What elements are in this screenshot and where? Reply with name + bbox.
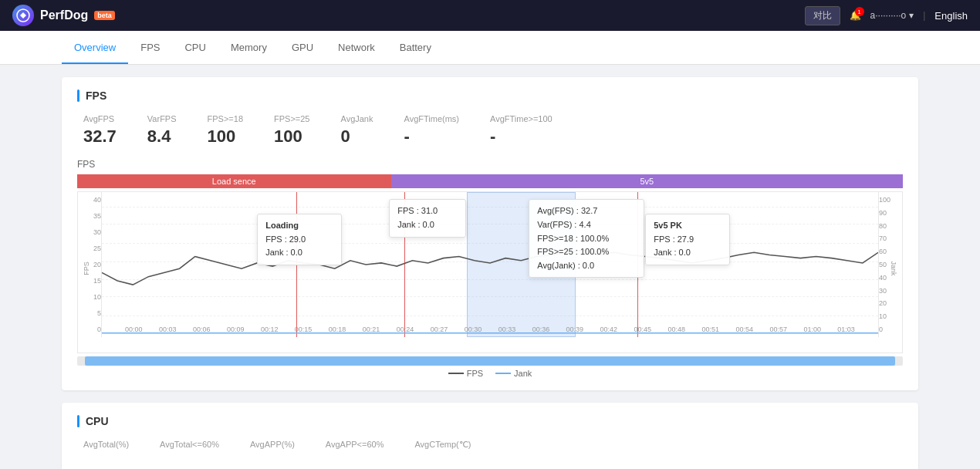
tooltip-loading-fps: FPS : 29.0 <box>265 233 333 247</box>
tooltip-pvp-title: 5v5 PK <box>654 219 721 233</box>
stat-avgjank: AvgJank 0 <box>341 114 373 147</box>
stat-fps18-label: FPS>=18 <box>208 114 243 123</box>
stat-varfps-label: VarFPS <box>147 114 177 123</box>
stat-avgfps: AvgFPS 32.7 <box>83 114 117 147</box>
tooltip-middle: FPS : 31.0 Jank : 0.0 <box>389 199 466 237</box>
stat-avgftime-value: - <box>404 127 460 147</box>
stat-avgftime: AvgFTime(ms) - <box>404 114 460 147</box>
stat-avgtotal60-label: AvgTotal<=60% <box>160 440 219 449</box>
tooltip-sel-varfps: Var(FPS) : 4.4 <box>537 218 636 232</box>
tooltip-sel-fps25: FPS>=25 : 100.0% <box>537 245 636 259</box>
nav-network[interactable]: Network <box>326 32 387 64</box>
stat-avgjank-label: AvgJank <box>341 114 373 123</box>
tooltip-middle-jank: Jank : 0.0 <box>397 218 458 232</box>
cpu-title-text: CPU <box>86 415 109 427</box>
language-selector[interactable]: English <box>934 10 968 22</box>
tooltip-pvp-fps: FPS : 27.9 <box>654 233 721 247</box>
fps-chart-label: FPS <box>77 159 903 170</box>
main-content: FPS AvgFPS 32.7 VarFPS 8.4 FPS>=18 100 F… <box>0 65 980 469</box>
stat-avgftime100-value: - <box>490 127 553 147</box>
stat-fps25: FPS>=25 100 <box>274 114 309 147</box>
cpu-section: CPU AvgTotal(%) AvgTotal<=60% AvgAPP(%) … <box>62 403 918 469</box>
fps-title: FPS <box>77 89 903 102</box>
stat-avgftime-label: AvgFTime(ms) <box>404 114 460 123</box>
tooltip-sel-fps18: FPS>=18 : 100.0% <box>537 232 636 246</box>
stat-fps25-label: FPS>=25 <box>274 114 309 123</box>
chart-legend: FPS Jank <box>77 369 903 378</box>
title-bar-accent <box>77 89 79 102</box>
divider: | <box>923 10 925 21</box>
stat-varfps-value: 8.4 <box>147 127 177 147</box>
segment-bar: Load sence 5v5 <box>77 174 903 188</box>
fps-stats-row: AvgFPS 32.7 VarFPS 8.4 FPS>=18 100 FPS>=… <box>77 114 903 147</box>
stat-avgftime100-label: AvgFTime>=100 <box>490 114 553 123</box>
legend-fps-label: FPS <box>467 369 483 378</box>
stat-varfps: VarFPS 8.4 <box>147 114 177 147</box>
stat-avgapp60: AvgAPP<=60% <box>326 440 384 453</box>
fps-title-text: FPS <box>86 89 106 102</box>
tooltip-sel-avgfps: Avg(FPS) : 32.7 <box>537 204 636 218</box>
cpu-title-bar-accent <box>77 415 79 427</box>
header-left: PerfDog beta <box>12 5 115 26</box>
stat-fps25-value: 100 <box>274 127 309 147</box>
stat-avgctemp: AvgCTemp(℃) <box>414 440 471 453</box>
notification-badge: 1 <box>855 7 864 16</box>
chart-svg <box>102 192 878 337</box>
tooltip-loading: Loading FPS : 29.0 Jank : 0.0 <box>257 214 342 265</box>
logo-icon <box>12 5 34 26</box>
tooltip-loading-jank: Jank : 0.0 <box>265 246 333 260</box>
tooltip-loading-title: Loading <box>265 219 333 233</box>
stat-avgftime100: AvgFTime>=100 - <box>490 114 553 147</box>
nav-battery[interactable]: Battery <box>387 32 444 64</box>
chevron-down-icon: ▾ <box>909 10 914 21</box>
chart-inner: Loading FPS : 29.0 Jank : 0.0 FPS : 31.0… <box>101 192 879 337</box>
stat-avgapp60-label: AvgAPP<=60% <box>326 440 384 449</box>
tooltip-selection: Avg(FPS) : 32.7 Var(FPS) : 4.4 FPS>=18 :… <box>529 199 644 278</box>
fps-chart[interactable]: 40 35 30 25 20 15 10 5 0 <box>77 191 903 353</box>
cpu-title: CPU <box>77 415 903 427</box>
stat-avgapp: AvgAPP(%) <box>250 440 295 453</box>
user-menu[interactable]: a··········o ▾ <box>870 10 914 21</box>
header-right: 对比 🔔 1 a··········o ▾ | English <box>805 6 968 25</box>
nav-memory[interactable]: Memory <box>218 32 279 64</box>
compare-button[interactable]: 对比 <box>805 6 840 25</box>
stat-avgjank-value: 0 <box>341 127 373 147</box>
stat-avgtotal60: AvgTotal<=60% <box>160 440 219 453</box>
app-name: PerfDog <box>40 8 88 22</box>
user-label: a··········o <box>870 10 907 21</box>
segment-load: Load sence <box>77 174 391 188</box>
nav-gpu[interactable]: GPU <box>279 32 326 64</box>
nav-bar: Overview FPS CPU Memory GPU Network Batt… <box>0 31 980 65</box>
scrollbar-track <box>85 356 895 366</box>
stat-avgtotal-label: AvgTotal(%) <box>83 440 129 449</box>
stat-fps18: FPS>=18 100 <box>208 114 243 147</box>
chart-scrollbar[interactable] <box>77 356 903 366</box>
tooltip-pvp-jank: Jank : 0.0 <box>654 246 721 260</box>
stat-avgctemp-label: AvgCTemp(℃) <box>414 440 471 450</box>
bell-icon[interactable]: 🔔 1 <box>850 10 861 21</box>
beta-badge: beta <box>94 11 115 20</box>
fps-section: FPS AvgFPS 32.7 VarFPS 8.4 FPS>=18 100 F… <box>62 77 918 390</box>
header: PerfDog beta 对比 🔔 1 a··········o ▾ | Eng… <box>0 0 980 31</box>
legend-jank-line <box>495 373 511 374</box>
jank-y-label: Jank <box>889 261 897 275</box>
legend-jank: Jank <box>495 369 532 378</box>
fps-y-label: FPS <box>83 261 90 275</box>
segment-5v5: 5v5 <box>391 174 903 188</box>
legend-jank-label: Jank <box>514 369 532 378</box>
tooltip-middle-fps: FPS : 31.0 <box>397 204 458 218</box>
stat-avgfps-value: 32.7 <box>83 127 117 147</box>
cpu-stats-row: AvgTotal(%) AvgTotal<=60% AvgAPP(%) AvgA… <box>77 440 903 453</box>
x-axis: 00:00 00:03 00:06 00:09 00:12 00:15 00:1… <box>125 322 855 337</box>
tooltip-pvp: 5v5 PK FPS : 27.9 Jank : 0.0 <box>645 214 730 265</box>
nav-overview[interactable]: Overview <box>62 32 128 64</box>
stat-avgtotal: AvgTotal(%) <box>83 440 129 453</box>
tooltip-sel-avgjank: Avg(Jank) : 0.0 <box>537 259 636 273</box>
nav-fps[interactable]: FPS <box>128 32 172 64</box>
legend-fps: FPS <box>448 369 483 378</box>
nav-cpu[interactable]: CPU <box>172 32 218 64</box>
stat-avgfps-label: AvgFPS <box>83 114 117 123</box>
legend-fps-line <box>448 373 464 374</box>
stat-fps18-value: 100 <box>208 127 243 147</box>
stat-avgapp-label: AvgAPP(%) <box>250 440 295 449</box>
